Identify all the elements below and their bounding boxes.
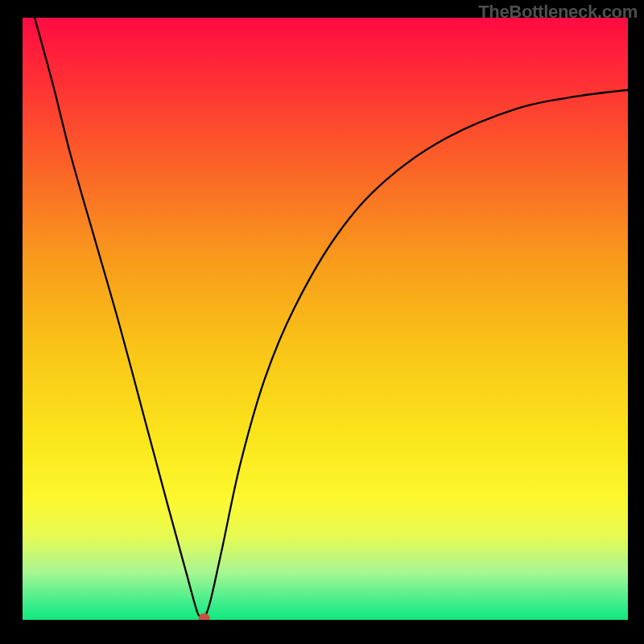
chart-svg bbox=[23, 18, 628, 620]
chart-container bbox=[23, 18, 628, 620]
gradient-background bbox=[23, 18, 628, 620]
watermark-text: TheBottleneck.com bbox=[478, 2, 638, 23]
